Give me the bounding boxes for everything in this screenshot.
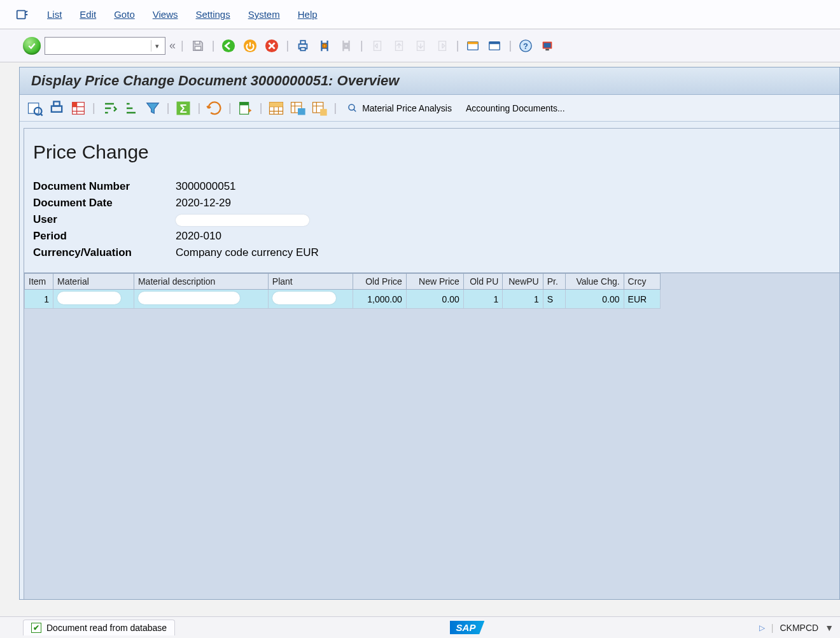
command-dropdown-icon[interactable]: ▾: [151, 40, 162, 52]
print-button[interactable]: [294, 37, 312, 55]
svg-rect-8: [300, 47, 305, 50]
status-bar: ✔ Document read from database SAP ▷ | CK…: [0, 616, 840, 638]
cell-newpu: 1: [503, 290, 543, 309]
help-button[interactable]: ?: [517, 37, 535, 55]
table-row[interactable]: 1 1,000.00 0.00 1 1 S 0.00 EUR: [25, 290, 661, 309]
col-plant[interactable]: Plant: [268, 274, 353, 290]
cell-plant: [268, 290, 353, 309]
total-button[interactable]: Σ: [174, 99, 192, 117]
new-session-button[interactable]: [464, 37, 482, 55]
refresh-button[interactable]: [206, 99, 223, 117]
col-crcy[interactable]: Crcy: [624, 274, 660, 290]
tcode-value: CKMPCD: [780, 623, 818, 633]
change-layout-button[interactable]: [289, 99, 307, 117]
svg-rect-7: [300, 40, 305, 44]
period-label: Period: [33, 228, 176, 245]
table-header-row: Item Material Material description Plant…: [25, 274, 661, 290]
separator: |: [359, 39, 365, 52]
find-next-button[interactable]: [337, 37, 355, 55]
customize-button[interactable]: [538, 37, 556, 55]
col-matdesc[interactable]: Material description: [134, 274, 268, 290]
exit-button[interactable]: [241, 37, 259, 55]
enter-button[interactable]: [23, 37, 41, 55]
system-toolbar: ▾ « | | | | | | ?: [0, 29, 840, 62]
cell-oldprice: 1,000.00: [353, 290, 406, 309]
cell-item: 1: [25, 290, 53, 309]
menu-help[interactable]: Help: [298, 9, 318, 20]
layout-button[interactable]: [486, 37, 503, 55]
command-field[interactable]: ▾: [45, 37, 165, 55]
menu-settings[interactable]: Settings: [195, 9, 230, 20]
doc-date-value: 2020-12-29: [176, 195, 231, 211]
separator: |: [165, 101, 171, 115]
cancel-button[interactable]: [263, 37, 281, 55]
svg-rect-23: [53, 101, 59, 106]
svg-rect-1: [195, 41, 199, 44]
col-oldprice[interactable]: Old Price: [353, 274, 406, 290]
section-heading: Price Change: [33, 141, 830, 163]
svg-rect-2: [195, 46, 200, 50]
col-newpu[interactable]: NewPU: [503, 274, 543, 290]
abc-analysis-button[interactable]: [69, 99, 87, 117]
app-menu-icon[interactable]: [15, 8, 29, 22]
accounting-documents-button[interactable]: Accounting Documents...: [461, 99, 570, 117]
svg-rect-19: [545, 48, 549, 50]
accounting-documents-label: Accounting Documents...: [466, 103, 565, 113]
sort-desc-button[interactable]: [122, 99, 140, 117]
first-page-button[interactable]: [368, 37, 386, 55]
save-button[interactable]: [189, 37, 207, 55]
print-preview-button[interactable]: [48, 99, 66, 117]
separator: |: [179, 39, 185, 52]
back-button[interactable]: [220, 37, 237, 55]
doc-number-value: 3000000051: [176, 178, 236, 195]
status-message-area: ✔ Document read from database: [23, 620, 175, 635]
find-button[interactable]: [316, 37, 333, 55]
svg-rect-31: [270, 102, 283, 106]
material-price-analysis-label: Material Price Analysis: [362, 103, 452, 113]
doc-date-label: Document Date: [33, 195, 176, 211]
choose-layout-button[interactable]: [267, 99, 285, 117]
col-valchg[interactable]: Value Chg.: [565, 274, 624, 290]
save-layout-button[interactable]: [311, 99, 328, 117]
svg-text:?: ?: [523, 41, 528, 50]
svg-point-9: [323, 44, 326, 48]
tcode-dropdown-icon[interactable]: ▼: [825, 623, 834, 633]
svg-rect-33: [298, 108, 305, 115]
material-price-analysis-button[interactable]: Material Price Analysis: [342, 99, 457, 117]
last-page-button[interactable]: [433, 37, 451, 55]
svg-point-3: [222, 39, 235, 52]
separator: |: [332, 101, 338, 115]
filter-button[interactable]: [144, 99, 162, 117]
user-label: User: [33, 211, 176, 228]
status-message: Document read from database: [46, 623, 167, 633]
prev-page-button[interactable]: [390, 37, 408, 55]
sort-asc-button[interactable]: [101, 99, 118, 117]
col-item[interactable]: Item: [25, 274, 53, 290]
status-right: ▷ | CKMPCD ▼: [759, 623, 834, 633]
user-value: [176, 211, 309, 228]
col-pr[interactable]: Pr.: [543, 274, 565, 290]
next-page-button[interactable]: [412, 37, 430, 55]
export-button[interactable]: [237, 99, 255, 117]
col-material[interactable]: Material: [53, 274, 134, 290]
redacted-icon: [176, 215, 309, 226]
doc-number-label: Document Number: [33, 178, 176, 195]
svg-rect-14: [489, 41, 500, 44]
menu-system[interactable]: System: [248, 9, 280, 20]
menu-goto[interactable]: Goto: [114, 9, 135, 20]
menu-edit[interactable]: Edit: [80, 9, 96, 20]
redacted-icon: [138, 292, 240, 304]
separator: |: [455, 39, 461, 52]
collapse-icon[interactable]: «: [169, 39, 176, 52]
col-oldpu[interactable]: Old PU: [463, 274, 502, 290]
content-area: Display Price Change Document 3000000051…: [19, 67, 840, 600]
expand-status-icon[interactable]: ▷: [759, 623, 765, 632]
period-value: 2020-010: [176, 228, 221, 245]
document-header: Price Change Document Number3000000051 D…: [24, 132, 839, 273]
menu-views[interactable]: Views: [153, 9, 178, 20]
details-button[interactable]: [26, 99, 44, 117]
menu-list[interactable]: List: [47, 9, 62, 20]
col-newprice[interactable]: New Price: [406, 274, 463, 290]
cell-oldpu: 1: [463, 290, 502, 309]
separator: |: [507, 39, 513, 52]
